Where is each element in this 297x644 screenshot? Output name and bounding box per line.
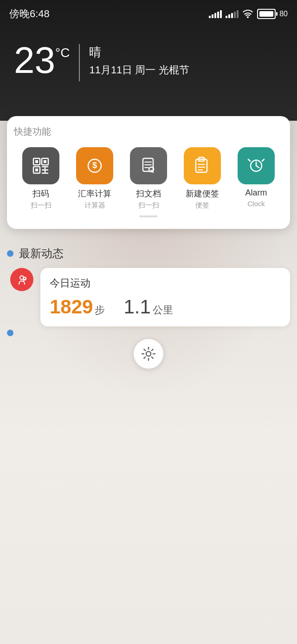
quick-items-container: 扫码 扫一扫 $ 汇率计算 计算器 bbox=[14, 147, 283, 210]
temperature-unit: °C bbox=[55, 46, 70, 59]
scan-sub: 扫一扫 bbox=[31, 201, 52, 210]
status-time: 傍晚6:48 bbox=[9, 7, 50, 21]
steps-value: 1829 bbox=[50, 296, 93, 318]
svg-text:$: $ bbox=[92, 161, 97, 170]
activity-stats: 1829 步 1.1 公里 bbox=[50, 296, 281, 318]
svg-rect-3 bbox=[35, 160, 38, 163]
activity-icon bbox=[10, 268, 33, 291]
panel-scroll-indicator bbox=[14, 215, 283, 217]
quick-item-currency[interactable]: $ 汇率计算 计算器 bbox=[74, 147, 116, 210]
weather-details: 晴 11月11日 周一 光棍节 bbox=[89, 42, 189, 77]
currency-sub: 计算器 bbox=[84, 201, 105, 210]
currency-icon-bg: $ bbox=[76, 147, 113, 184]
panel-title: 快捷功能 bbox=[14, 125, 283, 138]
distance-unit: 公里 bbox=[153, 303, 173, 317]
activity-timeline: 今日运动 1829 步 1.1 公里 bbox=[7, 268, 290, 326]
signal-icon-1 bbox=[209, 10, 222, 18]
quick-item-scan[interactable]: 扫码 扫一扫 bbox=[20, 147, 62, 210]
weather-divider bbox=[79, 44, 80, 81]
note-sub: 便签 bbox=[195, 201, 209, 210]
weather-condition: 晴 bbox=[89, 44, 189, 60]
note-label: 新建便签 bbox=[186, 188, 219, 199]
scan-icon-bg bbox=[22, 147, 59, 184]
section-header: 最新动态 bbox=[7, 246, 290, 261]
svg-rect-4 bbox=[44, 160, 46, 163]
currency-label: 汇率计算 bbox=[78, 188, 111, 199]
activity-card-title: 今日运动 bbox=[50, 276, 281, 290]
alarm-icon-bg bbox=[238, 147, 275, 184]
wifi-icon bbox=[242, 10, 253, 18]
distance-value: 1.1 bbox=[123, 296, 150, 318]
section-dot bbox=[7, 250, 13, 257]
quick-panel: 快捷功能 扫码 扫一扫 bbox=[7, 116, 290, 229]
quick-item-alarm[interactable]: Alarm Clock bbox=[235, 147, 277, 208]
scan-doc-icon-bg bbox=[130, 147, 167, 184]
alarm-sub: Clock bbox=[247, 200, 265, 208]
distance-stat: 1.1 公里 bbox=[123, 296, 173, 318]
gear-icon bbox=[141, 346, 156, 361]
battery-text: 80 bbox=[279, 10, 288, 18]
steps-stat: 1829 步 bbox=[50, 296, 105, 318]
signal-icon-2 bbox=[226, 10, 239, 18]
steps-unit: 步 bbox=[95, 303, 105, 317]
weather-date: 11月11日 周一 光棍节 bbox=[89, 63, 189, 77]
battery-indicator: 80 bbox=[257, 9, 288, 19]
timeline-line bbox=[10, 268, 33, 326]
temperature-display: 23 °C bbox=[14, 42, 70, 79]
activity-card[interactable]: 今日运动 1829 步 1.1 公里 bbox=[40, 268, 290, 326]
weather-area: 23 °C 晴 11月11日 周一 光棍节 bbox=[14, 42, 189, 81]
svg-rect-5 bbox=[35, 169, 38, 171]
indicator-dot bbox=[139, 215, 158, 217]
note-icon-bg bbox=[184, 147, 221, 184]
quick-item-scan-doc[interactable]: 扫文档 扫一扫 bbox=[128, 147, 169, 210]
bottom-dot bbox=[7, 330, 13, 336]
status-icons: 80 bbox=[209, 9, 288, 19]
settings-button[interactable] bbox=[134, 339, 163, 369]
bottom-dot-area bbox=[7, 330, 13, 336]
svg-point-24 bbox=[146, 351, 151, 356]
temperature-value: 23 bbox=[14, 42, 55, 79]
svg-point-23 bbox=[23, 277, 26, 280]
activity-section: 最新动态 今日运动 1829 步 1.1 公里 bbox=[0, 246, 297, 326]
svg-line-21 bbox=[256, 166, 259, 168]
alarm-label: Alarm bbox=[245, 188, 267, 198]
scan-doc-label: 扫文档 bbox=[136, 188, 161, 199]
quick-item-note[interactable]: 新建便签 便签 bbox=[181, 147, 223, 210]
status-bar: 傍晚6:48 80 bbox=[0, 0, 297, 28]
scan-label: 扫码 bbox=[32, 188, 49, 199]
section-title: 最新动态 bbox=[19, 246, 64, 261]
scan-doc-sub: 扫一扫 bbox=[138, 201, 159, 210]
